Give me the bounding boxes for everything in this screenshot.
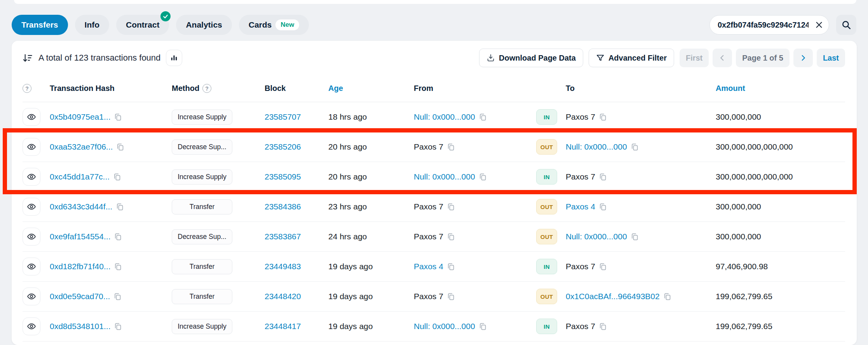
preview-eye-button[interactable] xyxy=(23,138,40,156)
tab-info[interactable]: Info xyxy=(75,15,109,35)
direction-badge: IN xyxy=(536,109,557,125)
from-address[interactable]: Paxos 7 xyxy=(414,202,443,211)
direction-badge: OUT xyxy=(536,289,557,304)
to-address[interactable]: 0x1C0acBAf...966493B02 xyxy=(566,292,660,301)
eye-icon xyxy=(27,172,36,181)
clear-search-button[interactable] xyxy=(813,19,825,31)
tab-transfers[interactable]: Transfers xyxy=(12,15,68,35)
pagination-prev-button[interactable] xyxy=(713,49,732,67)
method-badge: Transfer xyxy=(172,289,232,304)
download-page-data-button[interactable]: Download Page Data xyxy=(479,49,583,67)
block-link[interactable]: 23448420 xyxy=(265,292,301,301)
header-amount-sort[interactable]: Amount xyxy=(716,84,845,93)
copy-from-address-icon[interactable] xyxy=(447,293,455,301)
copy-to-address-icon[interactable] xyxy=(631,143,639,151)
preview-eye-button[interactable] xyxy=(23,108,40,126)
preview-eye-button[interactable] xyxy=(23,198,40,216)
preview-eye-button[interactable] xyxy=(23,228,40,246)
to-address[interactable]: Paxos 7 xyxy=(566,262,595,271)
tx-hash-link[interactable]: 0x5b40975ea1... xyxy=(50,112,110,122)
header-age-sort[interactable]: Age xyxy=(328,84,414,93)
header-block: Block xyxy=(265,84,328,93)
from-address[interactable]: Paxos 7 xyxy=(414,232,443,241)
copy-to-address-icon[interactable] xyxy=(599,203,607,211)
copy-hash-icon[interactable] xyxy=(114,322,122,331)
block-link[interactable]: 23583867 xyxy=(265,232,301,241)
advanced-filter-button[interactable]: Advanced Filter xyxy=(589,49,674,67)
preview-eye-button[interactable] xyxy=(23,317,40,335)
copy-to-address-icon[interactable] xyxy=(599,113,607,121)
amount-text: 300,000,000,000,000 xyxy=(716,172,845,181)
tx-hash-link[interactable]: 0xc45dd1a77c... xyxy=(50,172,110,181)
verified-check-icon xyxy=(160,11,171,21)
preview-eye-button[interactable] xyxy=(23,168,40,186)
block-link[interactable]: 23585206 xyxy=(265,142,301,152)
copy-to-address-icon[interactable] xyxy=(663,293,671,301)
from-address[interactable]: Null: 0x000...000 xyxy=(414,322,475,331)
copy-hash-icon[interactable] xyxy=(113,293,122,301)
tx-hash-link[interactable]: 0xd6343c3d44f... xyxy=(50,202,112,211)
copy-from-address-icon[interactable] xyxy=(479,322,487,331)
copy-hash-icon[interactable] xyxy=(113,173,121,181)
copy-hash-icon[interactable] xyxy=(116,143,124,151)
tab-contract-label: Contract xyxy=(126,20,159,30)
copy-to-address-icon[interactable] xyxy=(599,173,607,181)
block-link[interactable]: 23585707 xyxy=(265,112,301,122)
eye-icon xyxy=(27,322,36,331)
copy-from-address-icon[interactable] xyxy=(479,113,487,121)
preview-eye-button[interactable] xyxy=(23,258,40,275)
copy-from-address-icon[interactable] xyxy=(447,143,455,151)
copy-hash-icon[interactable] xyxy=(114,263,122,271)
to-address[interactable]: Null: 0x000...000 xyxy=(566,142,627,152)
method-badge: Increase Supply xyxy=(172,319,232,334)
copy-hash-icon[interactable] xyxy=(114,113,122,121)
search-input[interactable] xyxy=(709,15,829,35)
copy-from-address-icon[interactable] xyxy=(479,173,487,181)
to-address[interactable]: Paxos 4 xyxy=(566,202,595,211)
from-address[interactable]: Null: 0x000...000 xyxy=(414,172,475,181)
tab-contract[interactable]: Contract xyxy=(116,15,169,35)
copy-from-address-icon[interactable] xyxy=(447,263,455,271)
amount-text: 97,406,900.98 xyxy=(716,262,845,271)
tx-hash-link[interactable]: 0xe9faf154554... xyxy=(50,232,110,241)
from-address[interactable]: Null: 0x000...000 xyxy=(414,112,475,122)
pagination-last-button[interactable]: Last xyxy=(817,49,845,67)
block-link[interactable]: 23448417 xyxy=(265,322,301,331)
copy-hash-icon[interactable] xyxy=(114,233,122,241)
tab-analytics[interactable]: Analytics xyxy=(176,15,232,35)
copy-hash-icon[interactable] xyxy=(116,203,124,211)
copy-from-address-icon[interactable] xyxy=(447,233,455,241)
from-address[interactable]: Paxos 4 xyxy=(414,262,443,271)
to-address[interactable]: Paxos 7 xyxy=(566,112,595,122)
chart-view-button[interactable] xyxy=(166,50,182,66)
block-link[interactable]: 23585095 xyxy=(265,172,301,181)
method-badge: Increase Supply xyxy=(172,169,232,185)
pagination-next-button[interactable] xyxy=(793,49,813,67)
preview-eye-button[interactable] xyxy=(23,288,40,305)
pagination-first-button[interactable]: First xyxy=(680,49,709,67)
table-body: 0x5b40975ea1... Increase Supply 23585707… xyxy=(23,102,845,342)
copy-to-address-icon[interactable] xyxy=(599,322,607,331)
to-address[interactable]: Paxos 7 xyxy=(566,322,595,331)
tx-hash-link[interactable]: 0xd0e59cad70... xyxy=(50,292,110,301)
tx-hash-link[interactable]: 0xaa532ae7f06... xyxy=(50,142,113,152)
tx-hash-link[interactable]: 0xd182fb71f40... xyxy=(50,262,110,271)
search-button[interactable] xyxy=(836,15,856,35)
copy-from-address-icon[interactable] xyxy=(447,203,455,211)
to-address[interactable]: Paxos 7 xyxy=(566,172,595,181)
amount-text: 300,000,000 xyxy=(716,202,845,211)
tab-cards[interactable]: Cards New xyxy=(239,15,309,35)
block-link[interactable]: 23584386 xyxy=(265,202,301,211)
eye-icon xyxy=(27,142,36,152)
block-link[interactable]: 23449483 xyxy=(265,262,301,271)
copy-to-address-icon[interactable] xyxy=(599,263,607,271)
from-address[interactable]: Paxos 7 xyxy=(414,292,443,301)
copy-to-address-icon[interactable] xyxy=(631,233,639,241)
help-question-icon[interactable]: ? xyxy=(23,84,31,93)
method-badge: Decrease Sup... xyxy=(172,229,232,244)
from-address[interactable]: Paxos 7 xyxy=(414,142,443,152)
tx-hash-link[interactable]: 0xd8d5348101... xyxy=(50,322,110,331)
method-help-icon[interactable]: ? xyxy=(202,84,211,93)
tab-info-label: Info xyxy=(85,20,99,30)
to-address[interactable]: Null: 0x000...000 xyxy=(566,232,627,241)
